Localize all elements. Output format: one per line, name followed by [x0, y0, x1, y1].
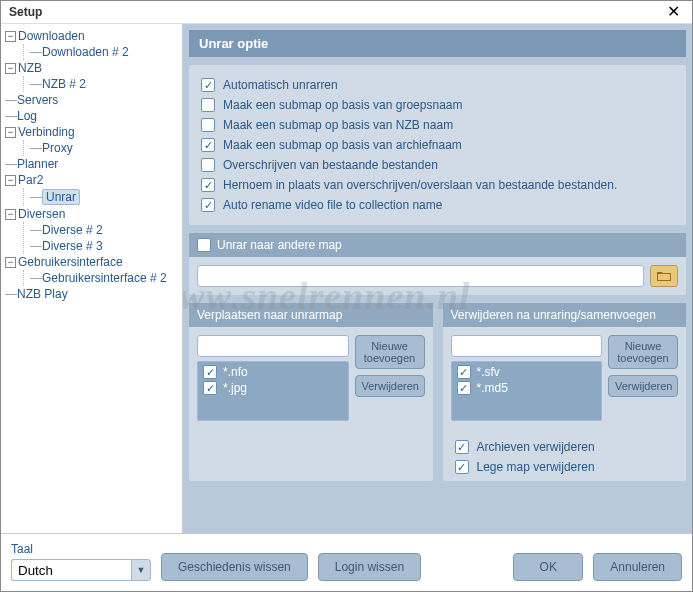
remove-input[interactable] [451, 335, 603, 357]
tree-item[interactable]: NZB # 2 [42, 77, 86, 91]
other-folder-panel: Unrar naar andere map [189, 233, 686, 295]
tree-toggle-icon[interactable]: − [5, 175, 16, 186]
tree-dash-icon: — [30, 77, 40, 91]
tree-dash-icon: — [30, 239, 40, 253]
other-folder-check[interactable] [197, 238, 211, 252]
tree-dash-icon: — [5, 93, 15, 107]
tree-toggle-icon[interactable]: − [5, 31, 16, 42]
move-panel: Verplaatsen naar unrarmap *.nfo*.jpg Nie… [189, 303, 433, 481]
tree-dash-icon: — [5, 287, 15, 301]
window-title: Setup [9, 5, 42, 19]
remove-panel: Verwijderen na unraring/samenvoegen *.sf… [443, 303, 687, 481]
tree-dash-icon: — [5, 157, 15, 171]
tree-item[interactable]: Verbinding [18, 125, 75, 139]
tree-dash-icon: — [30, 190, 40, 204]
remove-add-button[interactable]: Nieuwe toevoegen [608, 335, 678, 369]
list-item-label: *.jpg [223, 381, 247, 395]
remove-list[interactable]: *.sfv*.md5 [451, 361, 603, 421]
other-folder-label: Unrar naar andere map [217, 238, 342, 252]
option-check[interactable] [201, 98, 215, 112]
tree-dash-icon: — [5, 109, 15, 123]
tree-dash-icon: — [30, 141, 40, 155]
browse-button[interactable] [650, 265, 678, 287]
list-item-label: *.md5 [477, 381, 508, 395]
clear-login-button[interactable]: Login wissen [318, 553, 421, 581]
chevron-down-icon[interactable]: ▼ [131, 559, 151, 581]
tree-item[interactable]: Diverse # 3 [42, 239, 103, 253]
option-check[interactable] [201, 118, 215, 132]
close-button[interactable]: ✕ [663, 4, 684, 20]
option-label: Hernoem in plaats van overschrijven/over… [223, 178, 617, 192]
move-list[interactable]: *.nfo*.jpg [197, 361, 349, 421]
tree-item[interactable]: Proxy [42, 141, 73, 155]
tree-dash-icon: — [30, 223, 40, 237]
option-check[interactable] [201, 158, 215, 172]
option-label: Automatisch unrarren [223, 78, 338, 92]
clear-history-button[interactable]: Geschiedenis wissen [161, 553, 308, 581]
option-check[interactable] [201, 178, 215, 192]
option-check[interactable] [201, 138, 215, 152]
list-item-label: *.sfv [477, 365, 500, 379]
panel-title: Unrar optie [189, 30, 686, 57]
move-title: Verplaatsen naar unrarmap [189, 303, 433, 327]
tree-toggle-icon[interactable]: − [5, 257, 16, 268]
language-combo[interactable]: ▼ [11, 559, 151, 581]
tree-item[interactable]: Downloaden [18, 29, 85, 43]
option-label: Overschrijven van bestaande bestanden [223, 158, 438, 172]
tree-item[interactable]: NZB Play [17, 287, 68, 301]
tree-item[interactable]: Par2 [18, 173, 43, 187]
remove-delete-button[interactable]: Verwijderen [608, 375, 678, 397]
tree-item[interactable]: Servers [17, 93, 58, 107]
tree-item[interactable]: Diversen [18, 207, 65, 221]
language-input[interactable] [11, 559, 131, 581]
ok-button[interactable]: OK [513, 553, 583, 581]
content-pane: www.snelrennen.nl Unrar optie Automatisc… [183, 24, 692, 533]
list-item-label: *.nfo [223, 365, 248, 379]
tree-item[interactable]: Diverse # 2 [42, 223, 103, 237]
options-group: Automatisch unrarrenMaak een submap op b… [189, 65, 686, 225]
folder-icon [657, 270, 671, 282]
tree-item[interactable]: Log [17, 109, 37, 123]
tree-item[interactable]: Gebruikersinterface [18, 255, 123, 269]
tree-item[interactable]: Planner [17, 157, 58, 171]
option-label: Maak een submap op basis van groepsnaam [223, 98, 462, 112]
option-check[interactable] [201, 78, 215, 92]
move-input[interactable] [197, 335, 349, 357]
tree-toggle-icon[interactable]: − [5, 63, 16, 74]
option-label: Maak een submap op basis van NZB naam [223, 118, 453, 132]
tree-view[interactable]: −Downloaden—Downloaden # 2−NZB—NZB # 2—S… [1, 24, 183, 533]
tree-item[interactable]: NZB [18, 61, 42, 75]
tree-toggle-icon[interactable]: − [5, 209, 16, 220]
tree-item[interactable]: Gebruikersinterface # 2 [42, 271, 167, 285]
post-option-label: Archieven verwijderen [477, 440, 595, 454]
tree-item[interactable]: Downloaden # 2 [42, 45, 129, 59]
post-option-label: Lege map verwijderen [477, 460, 595, 474]
tree-item[interactable]: Unrar [42, 189, 80, 205]
move-delete-button[interactable]: Verwijderen [355, 375, 425, 397]
post-option-check[interactable] [455, 440, 469, 454]
list-item-check[interactable] [203, 381, 217, 395]
move-add-button[interactable]: Nieuwe toevoegen [355, 335, 425, 369]
tree-dash-icon: — [30, 45, 40, 59]
post-options: Archieven verwijderenLege map verwijdere… [443, 429, 687, 481]
tree-dash-icon: — [30, 271, 40, 285]
option-check[interactable] [201, 198, 215, 212]
list-item-check[interactable] [457, 365, 471, 379]
language-label: Taal [11, 542, 151, 556]
list-item-check[interactable] [203, 365, 217, 379]
list-item-check[interactable] [457, 381, 471, 395]
post-option-check[interactable] [455, 460, 469, 474]
remove-title: Verwijderen na unraring/samenvoegen [443, 303, 687, 327]
other-folder-path-input[interactable] [197, 265, 644, 287]
option-label: Auto rename video file to collection nam… [223, 198, 442, 212]
cancel-button[interactable]: Annuleren [593, 553, 682, 581]
option-label: Maak een submap op basis van archiefnaam [223, 138, 462, 152]
tree-toggle-icon[interactable]: − [5, 127, 16, 138]
